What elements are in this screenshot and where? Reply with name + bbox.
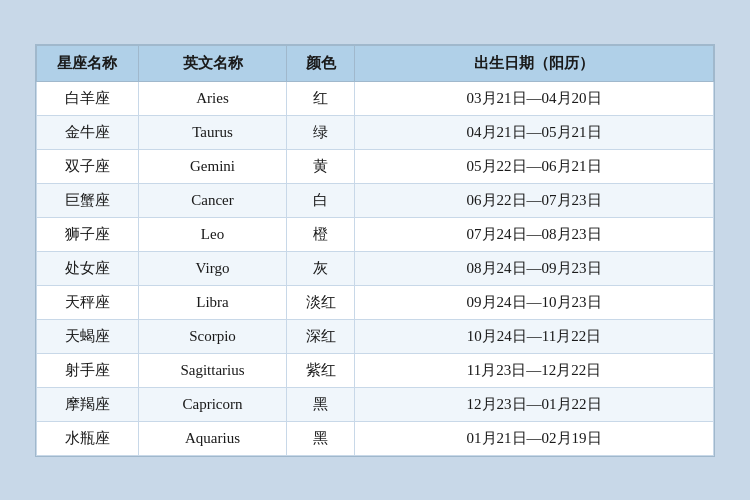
cell-english: Libra <box>138 285 287 319</box>
cell-color: 淡红 <box>287 285 355 319</box>
cell-english: Capricorn <box>138 387 287 421</box>
cell-chinese: 水瓶座 <box>37 421 139 455</box>
cell-english: Aquarius <box>138 421 287 455</box>
header-english: 英文名称 <box>138 45 287 81</box>
cell-date: 09月24日—10月23日 <box>355 285 714 319</box>
cell-english: Aries <box>138 81 287 115</box>
table-row: 白羊座Aries红03月21日—04月20日 <box>37 81 714 115</box>
cell-chinese: 天蝎座 <box>37 319 139 353</box>
cell-date: 04月21日—05月21日 <box>355 115 714 149</box>
cell-english: Gemini <box>138 149 287 183</box>
table-row: 金牛座Taurus绿04月21日—05月21日 <box>37 115 714 149</box>
header-chinese: 星座名称 <box>37 45 139 81</box>
header-color: 颜色 <box>287 45 355 81</box>
zodiac-table-container: 星座名称 英文名称 颜色 出生日期（阳历） 白羊座Aries红03月21日—04… <box>35 44 715 457</box>
table-row: 射手座Sagittarius紫红11月23日—12月22日 <box>37 353 714 387</box>
cell-chinese: 摩羯座 <box>37 387 139 421</box>
cell-english: Leo <box>138 217 287 251</box>
cell-chinese: 金牛座 <box>37 115 139 149</box>
cell-color: 黑 <box>287 387 355 421</box>
table-row: 处女座Virgo灰08月24日—09月23日 <box>37 251 714 285</box>
table-row: 天秤座Libra淡红09月24日—10月23日 <box>37 285 714 319</box>
cell-chinese: 射手座 <box>37 353 139 387</box>
cell-chinese: 狮子座 <box>37 217 139 251</box>
cell-color: 黄 <box>287 149 355 183</box>
table-row: 水瓶座Aquarius黑01月21日—02月19日 <box>37 421 714 455</box>
table-row: 狮子座Leo橙07月24日—08月23日 <box>37 217 714 251</box>
cell-date: 06月22日—07月23日 <box>355 183 714 217</box>
cell-color: 黑 <box>287 421 355 455</box>
cell-date: 05月22日—06月21日 <box>355 149 714 183</box>
cell-english: Taurus <box>138 115 287 149</box>
cell-date: 12月23日—01月22日 <box>355 387 714 421</box>
table-row: 双子座Gemini黄05月22日—06月21日 <box>37 149 714 183</box>
cell-color: 绿 <box>287 115 355 149</box>
cell-chinese: 双子座 <box>37 149 139 183</box>
table-header-row: 星座名称 英文名称 颜色 出生日期（阳历） <box>37 45 714 81</box>
header-date: 出生日期（阳历） <box>355 45 714 81</box>
cell-chinese: 天秤座 <box>37 285 139 319</box>
cell-date: 03月21日—04月20日 <box>355 81 714 115</box>
cell-english: Scorpio <box>138 319 287 353</box>
table-row: 天蝎座Scorpio深红10月24日—11月22日 <box>37 319 714 353</box>
cell-color: 紫红 <box>287 353 355 387</box>
cell-color: 红 <box>287 81 355 115</box>
cell-date: 11月23日—12月22日 <box>355 353 714 387</box>
cell-color: 白 <box>287 183 355 217</box>
table-row: 巨蟹座Cancer白06月22日—07月23日 <box>37 183 714 217</box>
cell-date: 10月24日—11月22日 <box>355 319 714 353</box>
table-row: 摩羯座Capricorn黑12月23日—01月22日 <box>37 387 714 421</box>
cell-english: Cancer <box>138 183 287 217</box>
cell-color: 橙 <box>287 217 355 251</box>
cell-date: 08月24日—09月23日 <box>355 251 714 285</box>
cell-english: Sagittarius <box>138 353 287 387</box>
cell-english: Virgo <box>138 251 287 285</box>
cell-color: 灰 <box>287 251 355 285</box>
cell-chinese: 处女座 <box>37 251 139 285</box>
cell-chinese: 白羊座 <box>37 81 139 115</box>
cell-date: 01月21日—02月19日 <box>355 421 714 455</box>
cell-chinese: 巨蟹座 <box>37 183 139 217</box>
cell-color: 深红 <box>287 319 355 353</box>
zodiac-table: 星座名称 英文名称 颜色 出生日期（阳历） 白羊座Aries红03月21日—04… <box>36 45 714 456</box>
cell-date: 07月24日—08月23日 <box>355 217 714 251</box>
